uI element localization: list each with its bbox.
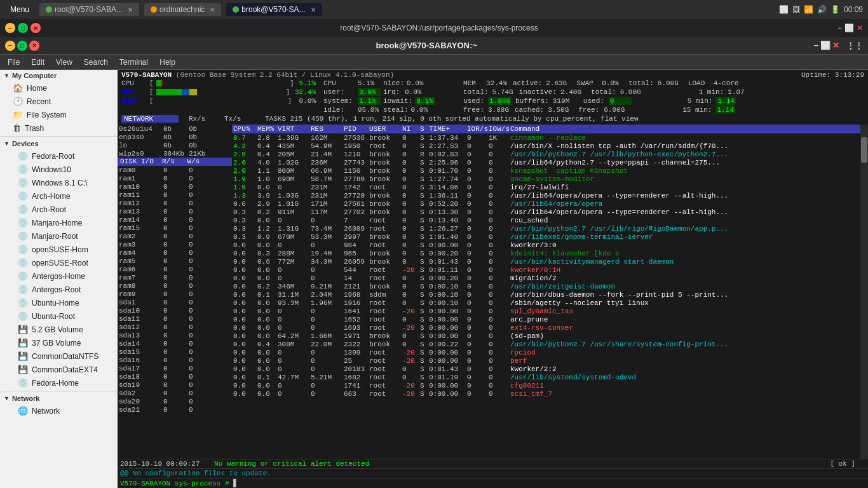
menu-help[interactable]: Help <box>154 57 180 68</box>
sidebar-item-commondataext4[interactable]: 💾 CommonDataEXT4 <box>0 363 118 376</box>
disk-row: sda1600 <box>118 356 232 364</box>
cpu-stats: CPU 5.1% nice: 0.0% user: 3.9% irq: 0.0%… <box>317 79 457 114</box>
ok-button[interactable]: [ ok ] <box>830 460 855 468</box>
tab-close-brook[interactable]: ✕ <box>311 6 316 13</box>
win1-max[interactable]: □ <box>18 23 28 33</box>
table-row[interactable]: 0.3 0.2 911M 117M 27702 brook 0 S 0:13.3… <box>232 208 860 216</box>
sidebar-item-manjaro-root[interactable]: 💿 Manjaro-Root <box>0 229 118 243</box>
tab-ordinatechnic[interactable]: ordinatechnic ✕ <box>144 3 221 16</box>
sidebar-item-windows10[interactable]: 💿 Windows10 <box>0 163 118 176</box>
win2-action2[interactable]: ⬜ <box>820 41 831 50</box>
screen-icon[interactable]: ⬜ <box>779 5 789 14</box>
table-row[interactable]: 0.0 0.0 0 0 25 root -20 S 0:00.00 0 0 pe… <box>232 356 860 365</box>
win2-action1[interactable]: − <box>813 41 818 50</box>
sidebar-item-fedora-home[interactable]: 💿 Fedora-Home <box>0 376 118 390</box>
win2-action4[interactable]: ⋮⋮ <box>846 41 863 50</box>
network-section-label: NETWORK <box>121 115 179 123</box>
sidebar-device-15: CommonDataNTFS <box>32 352 98 361</box>
table-row[interactable]: 0.0 0.1 42.7M 5.21M 1682 root 0 S 0:01.1… <box>232 373 860 381</box>
table-row[interactable]: 0.0 0.0 0 0 1741 root -20 S 0:00.00 0 0 … <box>232 381 860 390</box>
terminal[interactable]: V570-SABAYON (Gentoo Base System 2.2 64b… <box>118 70 868 488</box>
table-row[interactable]: 0.0 0.0 0 0 1399 root -20 S 0:00.00 0 0 … <box>232 348 860 356</box>
table-row[interactable]: 0.0 0.0 0 0 1641 root -20 S 0:00.00 0 0 … <box>232 307 860 315</box>
tab-brook[interactable]: brook@V570-SA... ✕ <box>226 3 322 16</box>
tab-root[interactable]: root@V570-SABA... ✕ <box>39 3 139 16</box>
table-row[interactable]: 0.0 0.0 0 0 984 root 0 S 0:00.00 0 0 kwo… <box>232 241 860 249</box>
table-row[interactable]: 0.0 0.0 0 0 1652 root 0 S 0:00.00 0 0 ar… <box>232 315 860 323</box>
table-row[interactable]: 4.2 0.4 435M 54.9M 1950 root 0 S 2:27.53… <box>232 142 860 150</box>
win1-close[interactable]: ✕ <box>31 23 41 33</box>
wifi-icon[interactable]: 📶 <box>804 5 813 14</box>
sidebar-item-ubuntu-home[interactable]: 💿 Ubuntu-Home <box>0 296 118 309</box>
table-row[interactable]: 0.0 0.0 0 0 1693 root -20 S 0:00.00 0 0 … <box>232 323 860 332</box>
tab-close-ordinatechnic[interactable]: ✕ <box>210 6 215 13</box>
table-row[interactable]: 0.0 0.0 0 0 14 root 0 S 0:00.20 0 0 migr… <box>232 274 860 282</box>
sidebar-item-opensuse-hom[interactable]: 💿 openSUSE-Hom <box>0 243 118 256</box>
table-row[interactable]: 0.3 0.9 670M 53.3M 2997 brook 0 S 1:01.4… <box>232 233 860 241</box>
win1-action1[interactable]: − <box>837 24 842 32</box>
image-icon[interactable]: 🖼 <box>792 5 800 14</box>
cpu-bar-red <box>161 80 163 86</box>
table-row[interactable]: 1.9 0.0 0 231M 1742 root 0 S 3:14.86 0 0… <box>232 183 860 191</box>
volume-icon[interactable]: 🔊 <box>817 5 827 14</box>
table-row[interactable]: 1.3 3.9 1.03G 231M 27720 brook 0 S 1:36.… <box>232 191 860 200</box>
table-row[interactable]: 0.0 0.0 0 0 544 root -20 S 0:01.11 0 0 k… <box>232 266 860 274</box>
table-row[interactable]: 0.0 0.0 93.3M 1.96M 1916 root 0 S 0:00.1… <box>232 299 860 307</box>
sidebar-item-antergos-root[interactable]: 💿 Antergos-Root <box>0 283 118 296</box>
table-row[interactable]: 0.0 0.0 64.2M 1.66M 1971 brook 0 S 0:00.… <box>232 332 860 340</box>
sidebar-item-windows81[interactable]: 💿 Windows 8.1 C:\ <box>0 176 118 189</box>
table-row[interactable]: 0.3 1.2 1.31G 73.4M 26089 root 0 S 1:26.… <box>232 224 860 233</box>
win2-close[interactable]: ✕ <box>29 41 39 51</box>
tab-close-root[interactable]: ✕ <box>128 6 133 13</box>
table-row[interactable]: 0.0 0.1 31.1M 2.04M 1968 sddm 0 S 0:00.1… <box>232 290 860 299</box>
swap-val: 0.0% <box>297 97 316 105</box>
sidebar-item-commondatantfs[interactable]: 💾 CommonDataNTFS <box>0 349 118 363</box>
sidebar-item-5gb-volume[interactable]: 💾 5.2 GB Volume <box>0 323 118 336</box>
table-row[interactable]: 8.7 2.8 1.39G 162M 27536 brook 0 S 1:37.… <box>232 133 860 142</box>
menu-edit[interactable]: Edit <box>26 57 50 68</box>
table-row[interactable]: 2.6 4.0 1.02G 236M 27743 brook 0 S 2:25.… <box>232 158 860 166</box>
menu-file[interactable]: File <box>3 57 25 68</box>
sidebar-item-arch-root[interactable]: 💿 Arch-Root <box>0 203 118 216</box>
win1-action2[interactable]: ⬜ <box>844 24 854 32</box>
battery-icon[interactable]: 🔋 <box>831 5 840 14</box>
sidebar-item-recent[interactable]: 🕐 Recent <box>0 95 118 108</box>
table-row[interactable]: 2.9 0.4 205M 21.4M 1210 brook 0 R 0:02.8… <box>232 150 860 158</box>
table-row[interactable]: 1.9 1.0 690M 58.7M 27780 brook 0 S 1:27.… <box>232 175 860 183</box>
sidebar-item-manjaro-home[interactable]: 💿 Manjaro-Home <box>0 216 118 229</box>
sidebar-item-network[interactable]: 🌐 Network <box>0 404 118 417</box>
sidebar-devices-header[interactable]: ▼ Devices <box>0 138 118 149</box>
table-row[interactable]: 0.0 0.4 308M 22.0M 2322 brook 0 S 0:00.2… <box>232 340 860 348</box>
table-row[interactable]: 2.6 1.1 800M 66.9M 1150 brook 0 S 0:01.7… <box>232 166 860 175</box>
sidebar-item-37gb-volume[interactable]: 💾 37 GB Volume <box>0 336 118 349</box>
sidebar-mycomputer-header[interactable]: ▼ My Computer <box>0 70 118 81</box>
sidebar-item-ubuntu-root[interactable]: 💿 Ubuntu-Root <box>0 309 118 323</box>
table-row[interactable]: 0.3 0.0 0 0 7 root 0 S 0:13.40 0 0 rcu_s… <box>232 216 860 224</box>
win2-max[interactable]: □ <box>17 41 27 51</box>
sidebar-item-home[interactable]: 🏠 Home <box>0 81 118 95</box>
table-row[interactable]: 0.0 0.3 288M 19.4M 965 brook 0 S 0:00.20… <box>232 249 860 257</box>
table-row[interactable]: 0.0 0.0 0 0 20183 root 0 S 0:01.43 0 0 k… <box>232 365 860 373</box>
win2-action3[interactable]: ✕ <box>832 41 839 50</box>
sidebar-item-arch-home[interactable]: 💿 Arch-Home <box>0 189 118 203</box>
sidebar-item-trash[interactable]: 🗑 Trash <box>0 121 118 135</box>
sidebar-item-opensuse-root[interactable]: 💿 openSUSE-Root <box>0 256 118 269</box>
table-row[interactable]: 0.6 2.9 1.01G 171M 27561 brook 0 S 0:52.… <box>232 200 860 208</box>
menu-search[interactable]: Search <box>79 57 113 68</box>
win1-action3[interactable]: ✕ <box>857 24 863 32</box>
menu-view[interactable]: View <box>51 57 78 68</box>
sidebar-item-filesystem[interactable]: 📁 File System <box>0 108 118 121</box>
sidebar-network-header[interactable]: ▼ Network <box>0 393 118 404</box>
scrollbar[interactable] <box>860 125 868 459</box>
win2-min[interactable]: − <box>5 41 15 51</box>
win1-min[interactable]: − <box>5 23 15 33</box>
sidebar-item-fedora-root[interactable]: 💿 Fedora-Root <box>0 149 118 163</box>
menu-label[interactable]: Menu <box>5 4 34 15</box>
scrollbar-thumb[interactable] <box>861 137 867 163</box>
menu-terminal[interactable]: Terminal <box>114 57 153 68</box>
sidebar-item-antergos-home[interactable]: 💿 Antergos-Home <box>0 269 118 283</box>
table-row[interactable]: 0.0 0.6 772M 34.3M 26059 brook 0 S 0:01.… <box>232 257 860 266</box>
table-row[interactable]: 0.0 0.0 0 0 663 root -20 S 0:00.00 0 0 s… <box>232 390 860 398</box>
table-row[interactable]: 0.0 0.2 346M 9.21M 2121 brook 0 S 0:00.1… <box>232 282 860 290</box>
sidebar-device-11: Ubuntu-Home <box>32 299 79 308</box>
